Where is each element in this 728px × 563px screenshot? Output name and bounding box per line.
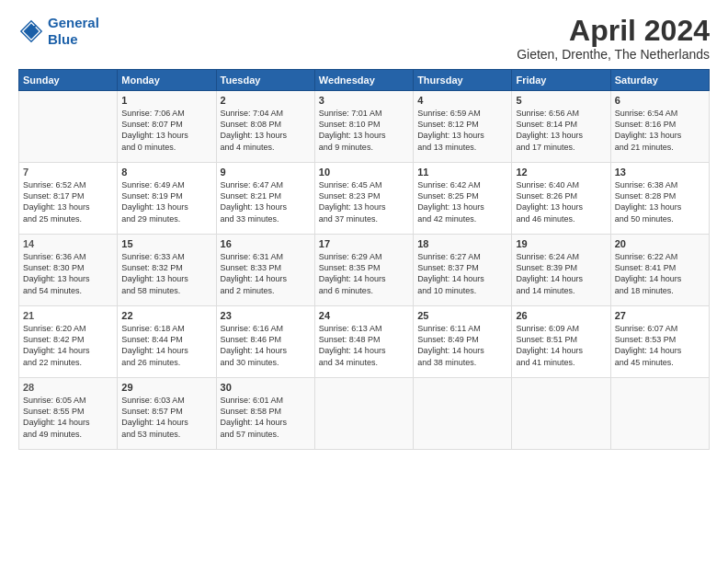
day-content: Sunrise: 6:36 AM Sunset: 8:30 PM Dayligh… xyxy=(23,251,113,296)
calendar-cell: 9Sunrise: 6:47 AM Sunset: 8:21 PM Daylig… xyxy=(216,163,314,235)
calendar-cell xyxy=(512,378,610,450)
day-content: Sunrise: 6:42 AM Sunset: 8:25 PM Dayligh… xyxy=(417,179,507,224)
day-number: 16 xyxy=(221,238,311,249)
calendar-cell xyxy=(314,378,413,450)
title-block: April 2024 Gieten, Drenthe, The Netherla… xyxy=(517,15,710,62)
logo-line2: Blue xyxy=(48,31,78,47)
day-number: 1 xyxy=(121,95,211,106)
day-content: Sunrise: 6:52 AM Sunset: 8:17 PM Dayligh… xyxy=(23,179,113,224)
logo-line1: General xyxy=(48,15,99,30)
calendar-cell: 10Sunrise: 6:45 AM Sunset: 8:23 PM Dayli… xyxy=(314,163,413,235)
calendar-cell: 8Sunrise: 6:49 AM Sunset: 8:19 PM Daylig… xyxy=(118,163,216,235)
calendar-cell xyxy=(414,378,512,450)
header-row: Sunday Monday Tuesday Wednesday Thursday… xyxy=(19,70,710,91)
calendar-cell: 24Sunrise: 6:13 AM Sunset: 8:48 PM Dayli… xyxy=(314,306,413,378)
day-number: 9 xyxy=(221,167,311,178)
calendar-cell: 16Sunrise: 6:31 AM Sunset: 8:33 PM Dayli… xyxy=(216,235,314,306)
day-number: 12 xyxy=(516,167,606,178)
calendar-cell: 7Sunrise: 6:52 AM Sunset: 8:17 PM Daylig… xyxy=(19,163,118,235)
day-number: 5 xyxy=(516,95,606,106)
day-content: Sunrise: 6:07 AM Sunset: 8:53 PM Dayligh… xyxy=(615,323,705,368)
calendar-cell: 2Sunrise: 7:04 AM Sunset: 8:08 PM Daylig… xyxy=(216,91,314,163)
day-content: Sunrise: 6:49 AM Sunset: 8:19 PM Dayligh… xyxy=(121,179,211,224)
day-number: 27 xyxy=(615,310,705,321)
col-wednesday: Wednesday xyxy=(314,70,413,91)
col-saturday: Saturday xyxy=(610,70,709,91)
day-content: Sunrise: 6:05 AM Sunset: 8:55 PM Dayligh… xyxy=(23,395,113,440)
day-number: 19 xyxy=(516,238,606,249)
day-number: 13 xyxy=(615,167,705,178)
calendar-cell: 14Sunrise: 6:36 AM Sunset: 8:30 PM Dayli… xyxy=(19,235,118,306)
calendar-cell: 21Sunrise: 6:20 AM Sunset: 8:42 PM Dayli… xyxy=(19,306,118,378)
calendar-cell: 22Sunrise: 6:18 AM Sunset: 8:44 PM Dayli… xyxy=(118,306,216,378)
day-content: Sunrise: 6:59 AM Sunset: 8:12 PM Dayligh… xyxy=(417,108,507,153)
day-content: Sunrise: 6:40 AM Sunset: 8:26 PM Dayligh… xyxy=(516,179,606,224)
calendar-cell: 5Sunrise: 6:56 AM Sunset: 8:14 PM Daylig… xyxy=(512,91,610,163)
day-content: Sunrise: 6:56 AM Sunset: 8:14 PM Dayligh… xyxy=(516,108,606,153)
calendar-header: Sunday Monday Tuesday Wednesday Thursday… xyxy=(19,70,710,91)
day-number: 18 xyxy=(417,238,507,249)
day-number: 8 xyxy=(121,167,211,178)
day-content: Sunrise: 7:06 AM Sunset: 8:07 PM Dayligh… xyxy=(121,108,211,153)
calendar-cell: 18Sunrise: 6:27 AM Sunset: 8:37 PM Dayli… xyxy=(414,235,512,306)
logo: General Blue xyxy=(18,15,99,48)
day-content: Sunrise: 6:31 AM Sunset: 8:33 PM Dayligh… xyxy=(221,251,311,296)
calendar-cell: 1Sunrise: 7:06 AM Sunset: 8:07 PM Daylig… xyxy=(118,91,216,163)
day-number: 29 xyxy=(121,382,211,393)
col-sunday: Sunday xyxy=(19,70,118,91)
day-content: Sunrise: 6:33 AM Sunset: 8:32 PM Dayligh… xyxy=(121,251,211,296)
calendar-cell: 19Sunrise: 6:24 AM Sunset: 8:39 PM Dayli… xyxy=(512,235,610,306)
calendar-cell: 30Sunrise: 6:01 AM Sunset: 8:58 PM Dayli… xyxy=(216,378,314,450)
calendar-week-1: 7Sunrise: 6:52 AM Sunset: 8:17 PM Daylig… xyxy=(19,163,710,235)
day-number: 15 xyxy=(121,238,211,249)
day-number: 10 xyxy=(319,167,409,178)
calendar-cell xyxy=(610,378,709,450)
day-number: 20 xyxy=(615,238,705,249)
location-subtitle: Gieten, Drenthe, The Netherlands xyxy=(517,47,710,62)
day-content: Sunrise: 6:27 AM Sunset: 8:37 PM Dayligh… xyxy=(417,251,507,296)
calendar-cell: 13Sunrise: 6:38 AM Sunset: 8:28 PM Dayli… xyxy=(610,163,709,235)
calendar-cell: 25Sunrise: 6:11 AM Sunset: 8:49 PM Dayli… xyxy=(414,306,512,378)
day-content: Sunrise: 6:45 AM Sunset: 8:23 PM Dayligh… xyxy=(319,179,409,224)
day-number: 21 xyxy=(23,310,113,321)
logo-icon xyxy=(18,18,44,44)
day-content: Sunrise: 7:04 AM Sunset: 8:08 PM Dayligh… xyxy=(221,108,311,153)
day-number: 7 xyxy=(23,167,113,178)
header: General Blue April 2024 Gieten, Drenthe,… xyxy=(18,15,710,62)
page: General Blue April 2024 Gieten, Drenthe,… xyxy=(0,0,728,563)
day-number: 25 xyxy=(417,310,507,321)
day-content: Sunrise: 6:54 AM Sunset: 8:16 PM Dayligh… xyxy=(615,108,705,153)
day-content: Sunrise: 6:09 AM Sunset: 8:51 PM Dayligh… xyxy=(516,323,606,368)
day-content: Sunrise: 6:20 AM Sunset: 8:42 PM Dayligh… xyxy=(23,323,113,368)
day-content: Sunrise: 7:01 AM Sunset: 8:10 PM Dayligh… xyxy=(319,108,409,153)
day-number: 26 xyxy=(516,310,606,321)
calendar-body: 1Sunrise: 7:06 AM Sunset: 8:07 PM Daylig… xyxy=(19,91,710,450)
day-content: Sunrise: 6:38 AM Sunset: 8:28 PM Dayligh… xyxy=(615,179,705,224)
calendar-cell: 27Sunrise: 6:07 AM Sunset: 8:53 PM Dayli… xyxy=(610,306,709,378)
day-number: 2 xyxy=(221,95,311,106)
calendar-cell: 20Sunrise: 6:22 AM Sunset: 8:41 PM Dayli… xyxy=(610,235,709,306)
logo-text: General Blue xyxy=(48,15,99,48)
day-number: 24 xyxy=(319,310,409,321)
calendar-cell: 26Sunrise: 6:09 AM Sunset: 8:51 PM Dayli… xyxy=(512,306,610,378)
calendar-cell: 29Sunrise: 6:03 AM Sunset: 8:57 PM Dayli… xyxy=(118,378,216,450)
day-content: Sunrise: 6:29 AM Sunset: 8:35 PM Dayligh… xyxy=(319,251,409,296)
calendar-cell: 12Sunrise: 6:40 AM Sunset: 8:26 PM Dayli… xyxy=(512,163,610,235)
calendar-cell: 4Sunrise: 6:59 AM Sunset: 8:12 PM Daylig… xyxy=(414,91,512,163)
calendar-cell: 28Sunrise: 6:05 AM Sunset: 8:55 PM Dayli… xyxy=(19,378,118,450)
col-monday: Monday xyxy=(118,70,216,91)
day-number: 14 xyxy=(23,238,113,249)
calendar-cell: 11Sunrise: 6:42 AM Sunset: 8:25 PM Dayli… xyxy=(414,163,512,235)
day-content: Sunrise: 6:03 AM Sunset: 8:57 PM Dayligh… xyxy=(121,395,211,440)
day-content: Sunrise: 6:47 AM Sunset: 8:21 PM Dayligh… xyxy=(221,179,311,224)
day-number: 30 xyxy=(221,382,311,393)
calendar-week-2: 14Sunrise: 6:36 AM Sunset: 8:30 PM Dayli… xyxy=(19,235,710,306)
day-number: 4 xyxy=(417,95,507,106)
calendar-week-0: 1Sunrise: 7:06 AM Sunset: 8:07 PM Daylig… xyxy=(19,91,710,163)
calendar-cell: 17Sunrise: 6:29 AM Sunset: 8:35 PM Dayli… xyxy=(314,235,413,306)
col-friday: Friday xyxy=(512,70,610,91)
day-content: Sunrise: 6:18 AM Sunset: 8:44 PM Dayligh… xyxy=(121,323,211,368)
calendar-cell: 3Sunrise: 7:01 AM Sunset: 8:10 PM Daylig… xyxy=(314,91,413,163)
calendar-week-3: 21Sunrise: 6:20 AM Sunset: 8:42 PM Dayli… xyxy=(19,306,710,378)
calendar-cell: 23Sunrise: 6:16 AM Sunset: 8:46 PM Dayli… xyxy=(216,306,314,378)
